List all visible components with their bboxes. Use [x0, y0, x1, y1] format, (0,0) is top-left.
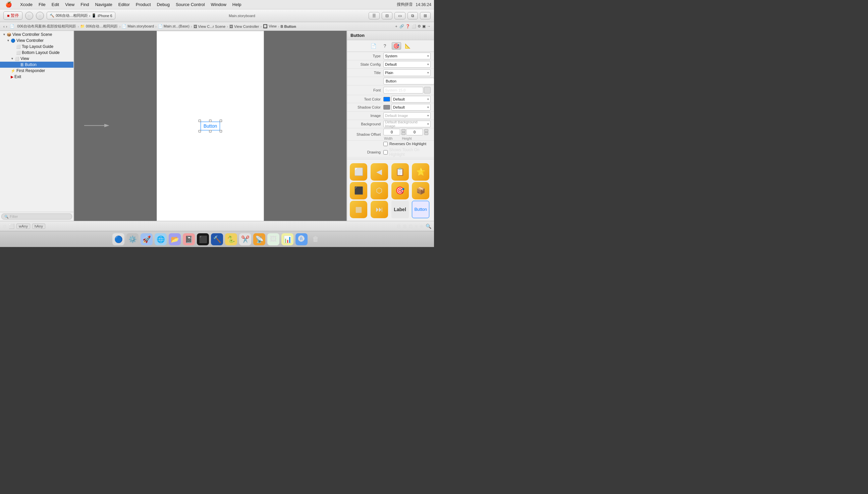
breadcrumb-5[interactable]: 🖼 View C...r Scene [193, 24, 226, 28]
obj-icon-9[interactable]: ▦ [350, 201, 367, 218]
font-edit-btn[interactable]: T [424, 87, 431, 94]
dock-terminal[interactable]: ⬛ [197, 233, 209, 245]
menu-source-control[interactable]: Source Control [173, 1, 208, 8]
shadow-height-input[interactable] [406, 129, 423, 135]
constraint-btn-1[interactable]: ⊟ [397, 224, 401, 229]
obj-button-text[interactable]: Button [412, 201, 429, 218]
button-container[interactable]: Button [201, 122, 220, 130]
constraint-btn-3[interactable]: ⊡ [409, 224, 413, 229]
zoom-btn[interactable]: 🔍 [426, 224, 431, 229]
dock-filezilla[interactable]: 📡 [253, 233, 265, 245]
menu-debug[interactable]: Debug [154, 1, 172, 8]
assistant-toggle[interactable]: ⧉ [407, 12, 418, 19]
breadcrumb-2[interactable]: 📁 006自动…相同间距 [80, 24, 118, 29]
add-button[interactable]: ＋ [394, 24, 398, 29]
inspector-icon-4[interactable]: ⚙ [418, 24, 421, 28]
inspector-icon-1[interactable]: 🔗 [400, 24, 404, 28]
stepper-h-down[interactable]: ▼ [424, 132, 428, 135]
menu-find[interactable]: Find [78, 1, 92, 8]
menu-edit[interactable]: Edit [49, 1, 62, 8]
dock-python[interactable]: 🐍 [225, 233, 237, 245]
search-bar[interactable]: 🔍 Filter [1, 213, 72, 220]
type-select[interactable]: System ▾ [383, 53, 431, 59]
menu-help[interactable]: Help [230, 1, 244, 8]
image-select[interactable]: Default Image ▾ [383, 112, 431, 119]
quick-help-btn[interactable]: ? [380, 42, 390, 50]
text-color-swatch[interactable] [383, 97, 390, 101]
scheme-selector[interactable]: 🔨 006自动…相同间距 › 📱 iPhone 6 [47, 12, 115, 19]
inspector-icon-3[interactable]: ⬜ [411, 24, 416, 28]
obj-icon-2[interactable]: ◀ [371, 163, 388, 180]
inspector-icon-2[interactable]: ❓ [406, 24, 410, 28]
dock-scissors[interactable]: ✂️ [239, 233, 251, 245]
tree-item-scene[interactable]: ▼ 📦 View Controller Scene [0, 32, 73, 38]
tree-item-responder[interactable]: ⚡ First Responder [0, 68, 73, 74]
dock-preview[interactable]: 🖼 [267, 233, 279, 245]
constraint-btn-4[interactable]: ≡ [415, 224, 418, 229]
obj-label-text[interactable]: Label [391, 201, 409, 218]
dock-instruments[interactable]: 📊 [281, 233, 294, 245]
obj-icon-5[interactable]: ⬛ [350, 182, 367, 200]
title-text-input[interactable] [383, 78, 434, 84]
shows-touch-checkbox[interactable] [383, 150, 388, 154]
apple-menu[interactable]: 🍎 [3, 1, 15, 8]
breadcrumb-3[interactable]: 📄 Main.storyboard [122, 24, 154, 28]
obj-icon-8[interactable]: 📦 [412, 182, 429, 200]
reverses-checkbox[interactable] [383, 142, 388, 146]
tree-item-button[interactable]: B Button [0, 62, 73, 68]
stop-button[interactable]: ■ 暂停 [3, 12, 22, 20]
tree-item-exit[interactable]: ▶ Exit [0, 74, 73, 80]
file-inspector-btn[interactable]: 📄 [369, 42, 378, 50]
obj-icon-7[interactable]: 🎯 [391, 182, 409, 200]
size-inspector-btn[interactable]: 📐 [403, 42, 412, 50]
constraint-btn-2[interactable]: ⊞ [403, 224, 407, 229]
shadow-color-select[interactable]: Default ▾ [391, 104, 431, 111]
menu-window[interactable]: Window [208, 1, 229, 8]
run-button[interactable]: ▶ [25, 12, 33, 20]
debug-toggle[interactable]: ⊟ [382, 12, 392, 19]
nav-back[interactable]: ‹ [3, 24, 5, 28]
add-constraint-btn[interactable]: ⬜ [9, 224, 14, 229]
obj-icon-10[interactable]: ⏭ [371, 201, 388, 218]
dock-finder[interactable]: 🔵 [112, 233, 125, 245]
menu-view[interactable]: View [62, 1, 77, 8]
breadcrumb-4[interactable]: 📄 Main.st...(Base) [158, 24, 189, 28]
nav-forward[interactable]: › [6, 24, 7, 28]
zoom-fit-btn[interactable]: ⊕ [420, 224, 424, 229]
inspector-toggle[interactable]: ▭ [394, 12, 406, 19]
obj-icon-4[interactable]: ⭐ [412, 163, 429, 180]
storyboard-scene[interactable]: Button [74, 31, 347, 221]
dock-safari[interactable]: 🌐 [154, 233, 167, 245]
tree-item-view[interactable]: ▼ ⬜ View [0, 56, 73, 62]
state-select[interactable]: Default ▾ [383, 61, 431, 68]
font-select[interactable]: System 15.0 [383, 87, 423, 94]
tree-item-vc[interactable]: ▼ 🔵 View Controller [0, 38, 73, 43]
obj-icon-6[interactable]: ⬡ [371, 182, 388, 200]
menu-product[interactable]: Product [133, 1, 154, 8]
shadow-color-swatch[interactable] [383, 105, 390, 110]
dock-settings[interactable]: ⚙️ [126, 233, 138, 245]
background-select[interactable]: Default Background Image ▾ [383, 121, 431, 127]
obj-icon-3[interactable]: 📋 [391, 163, 409, 180]
attributes-btn[interactable]: 🎯 [392, 42, 401, 50]
canvas-area[interactable]: Button [74, 31, 347, 221]
menu-navigate[interactable]: Navigate [92, 1, 115, 8]
inspector-icon-6[interactable]: → [427, 24, 431, 28]
version-toggle[interactable]: ⊞ [420, 12, 431, 19]
text-color-select[interactable]: Default ▾ [391, 96, 431, 102]
dock-xcode[interactable]: 🔨 [211, 233, 223, 245]
tree-item-bottom-guide[interactable]: ⬜ Bottom Layout Guide [0, 50, 73, 56]
stop-run-button[interactable]: ■ [36, 12, 44, 20]
dock-appstore[interactable]: 🅐 [295, 233, 308, 245]
stepper-h-up[interactable]: ▲ [424, 129, 428, 132]
menu-editor[interactable]: Editor [116, 1, 132, 8]
navigator-toggle[interactable]: ☰ [369, 12, 380, 19]
dock-trash[interactable]: 🗑 [310, 233, 322, 245]
dock-onenote[interactable]: 📓 [183, 233, 195, 245]
menu-xcode[interactable]: Xcode [17, 1, 35, 8]
stepper-down[interactable]: ▼ [402, 132, 406, 135]
canvas-button[interactable]: Button [201, 122, 220, 130]
inspector-icon-5[interactable]: ▣ [422, 24, 426, 28]
shadow-width-input[interactable] [383, 129, 400, 135]
menu-file[interactable]: File [36, 1, 48, 8]
